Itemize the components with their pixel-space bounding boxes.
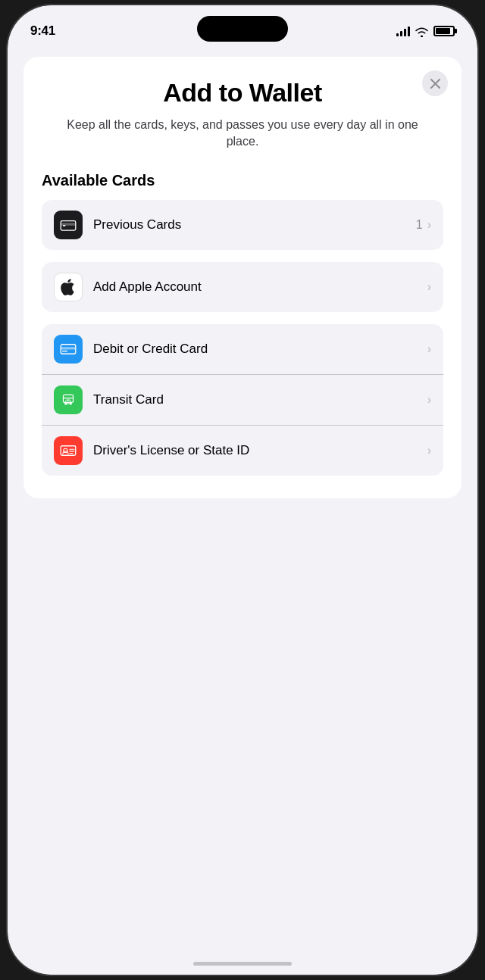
signal-icon — [396, 26, 410, 36]
svg-point-8 — [64, 402, 67, 404]
debit-credit-chevron: › — [427, 342, 431, 356]
grouped-cards-section: Debit or Credit Card › — [42, 324, 443, 476]
svg-rect-6 — [63, 395, 73, 402]
transit-card-icon — [54, 385, 83, 414]
drivers-license-icon — [54, 436, 83, 465]
apple-account-icon — [54, 273, 83, 301]
modal-card: Add to Wallet Keep all the cards, keys, … — [23, 57, 462, 498]
phone-frame: 9:41 — [8, 5, 477, 975]
modal-subtitle: Keep all the cards, keys, and passes you… — [42, 117, 443, 151]
previous-cards-section: Previous Cards 1 › — [42, 200, 443, 250]
home-indicator — [193, 962, 292, 966]
section-title: Available Cards — [42, 172, 443, 189]
apple-account-section: Add Apple Account › — [42, 262, 443, 312]
previous-cards-row[interactable]: Previous Cards 1 › — [42, 200, 443, 250]
transit-card-label: Transit Card — [93, 392, 427, 407]
debit-credit-label: Debit or Credit Card — [93, 342, 427, 357]
drivers-license-row[interactable]: Driver's License or State ID › — [42, 425, 443, 476]
apple-account-label: Add Apple Account — [93, 279, 427, 295]
debit-credit-row[interactable]: Debit or Credit Card › — [42, 324, 443, 374]
close-button[interactable] — [422, 70, 448, 96]
svg-rect-5 — [62, 351, 67, 352]
dynamic-island — [197, 16, 288, 42]
previous-cards-chevron: › — [427, 218, 431, 232]
modal-title: Add to Wallet — [42, 78, 443, 108]
transit-card-chevron: › — [427, 393, 431, 407]
status-time: 9:41 — [30, 23, 55, 39]
main-content: Add to Wallet Keep all the cards, keys, … — [8, 51, 477, 975]
transit-card-row[interactable]: Transit Card › — [42, 374, 443, 425]
svg-rect-4 — [61, 347, 76, 349]
drivers-license-label: Driver's License or State ID — [93, 443, 427, 458]
apple-account-row[interactable]: Add Apple Account › — [42, 262, 443, 312]
drivers-license-chevron: › — [427, 444, 431, 457]
apple-account-chevron: › — [427, 280, 431, 294]
previous-cards-badge: 1 — [416, 218, 423, 232]
wifi-icon — [415, 27, 428, 36]
previous-cards-label: Previous Cards — [93, 217, 416, 233]
debit-credit-icon — [54, 335, 83, 364]
previous-cards-icon — [54, 211, 83, 239]
svg-rect-13 — [67, 399, 70, 401]
status-icons — [396, 26, 455, 36]
screen: 9:41 — [8, 5, 477, 975]
battery-icon — [433, 26, 455, 36]
battery-fill — [436, 28, 450, 34]
svg-rect-2 — [63, 225, 66, 226]
svg-point-9 — [70, 402, 72, 404]
